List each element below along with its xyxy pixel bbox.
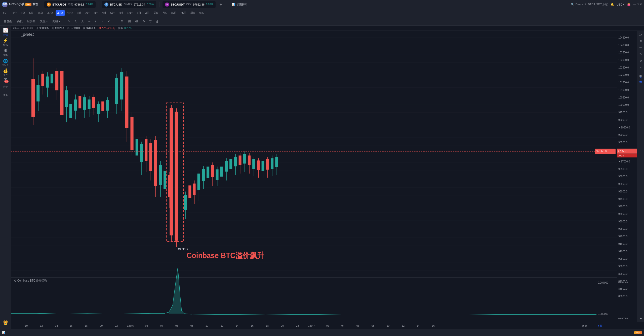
svg-rect-82 bbox=[149, 143, 152, 171]
sidebar-item-more[interactable]: ⋯ 更多 bbox=[1, 88, 10, 97]
tf-btn-6h[interactable]: 6时 bbox=[109, 10, 116, 16]
rt-zoom-btn[interactable]: 1x bbox=[638, 32, 643, 37]
svg-text:04: 04 bbox=[160, 324, 163, 327]
rt-settings-btn[interactable]: ⚙ bbox=[638, 58, 643, 63]
tool-crosshair[interactable]: ⊕ bbox=[141, 19, 147, 24]
tf-btn-1s[interactable]: 1s bbox=[1, 11, 8, 15]
currency-selector[interactable]: USD ▾ bbox=[617, 3, 625, 6]
sidebar-item-market[interactable]: 📈 行情 bbox=[1, 28, 10, 37]
rt-draw-btn[interactable]: ✏ bbox=[638, 45, 643, 50]
rt-grid-btn[interactable]: ⊞ bbox=[638, 38, 643, 44]
tool-line[interactable]: / bbox=[93, 19, 98, 24]
tool-image[interactable]: 图 bbox=[126, 19, 133, 24]
longhold-icon: 📊 bbox=[232, 3, 235, 6]
tf-btn-year[interactable]: 年K bbox=[197, 10, 206, 16]
svg-text:88500.0: 88500.0 bbox=[618, 287, 627, 290]
tf-btn-1d[interactable]: 1日 bbox=[135, 10, 143, 16]
tf-btn-3min[interactable]: 3分 bbox=[19, 10, 27, 16]
sym-change-2: 0.89% bbox=[147, 3, 154, 6]
range-label: 振幅 bbox=[118, 26, 123, 30]
tool-curve[interactable]: 〜 bbox=[99, 19, 105, 24]
tool-circle[interactable]: ○ bbox=[113, 19, 118, 24]
tool-pen[interactable]: ✏ bbox=[87, 19, 92, 24]
tf-btn-8h[interactable]: 8时 bbox=[117, 10, 125, 16]
sidebar-item-assets[interactable]: 💰 资产 bbox=[1, 68, 10, 77]
tool-cursor[interactable]: ↖ bbox=[66, 19, 72, 24]
sidebar-item-strategy[interactable]: ⚙ 策略 bbox=[1, 48, 10, 57]
search-area[interactable]: 🔍 Deepcoin BTC/USDT 永续 bbox=[571, 3, 608, 6]
longhold-btn[interactable]: 📊 长期持币 bbox=[230, 2, 250, 7]
tf-btn-2h[interactable]: 2时 bbox=[84, 10, 91, 16]
tf-btn-month[interactable]: 月K bbox=[160, 10, 169, 16]
maximize-btn[interactable]: □ bbox=[637, 3, 639, 6]
svg-rect-58 bbox=[88, 99, 91, 109]
tf-btn-season[interactable]: 季K bbox=[189, 10, 197, 16]
timeframe-bar: 1s 1分 3分 5分 15分 30分 30分 45分 1时 2时 3时 4时 … bbox=[0, 9, 644, 17]
tf-btn-week[interactable]: 周K bbox=[152, 10, 160, 16]
tool-dropdown[interactable]: ▽ bbox=[148, 19, 153, 24]
tool-multipos[interactable]: 区多量 bbox=[25, 19, 37, 24]
time-axis: 10 12 14 16 18 20 22 12月6 02 04 06 08 10… bbox=[11, 322, 644, 329]
svg-rect-117 bbox=[225, 161, 228, 172]
tool-indicator[interactable]: ▦ 指标 bbox=[2, 19, 14, 24]
tool-big-text[interactable]: 大 bbox=[79, 19, 86, 24]
symbol-tab-binance[interactable]: ₿ BTC/USDT 币安 97866.8 0.94% bbox=[44, 1, 96, 8]
tf-btn-3d[interactable]: 3日 bbox=[143, 10, 151, 16]
sidebar-item-group[interactable]: ✉ 45 群聊 bbox=[1, 78, 10, 87]
tool-magnet[interactable]: 磁 bbox=[134, 19, 140, 24]
sidebar-item-web3[interactable]: 🌐 Web3 bbox=[1, 58, 10, 67]
tf-btn-1h[interactable]: 1时 bbox=[75, 10, 83, 16]
svg-rect-78 bbox=[140, 144, 143, 162]
tool-trash[interactable]: 🗑 bbox=[154, 19, 160, 24]
svg-text:102500.0: 102500.0 bbox=[618, 66, 629, 69]
rt-menu-btn[interactable]: ≡ bbox=[638, 64, 643, 70]
svg-rect-115 bbox=[220, 166, 223, 177]
vip-badge[interactable]: VIP bbox=[25, 3, 32, 6]
tool-replay[interactable]: 复盘 ▾ bbox=[38, 19, 50, 24]
svg-text:91000.0: 91000.0 bbox=[618, 250, 627, 253]
tf-btn-15d[interactable]: 15日 bbox=[169, 10, 178, 16]
tf-btn-30min[interactable]: 30分 bbox=[46, 10, 55, 16]
right-tools-panel: 1x ⊞ ✏ ↻ ⚙ ≡ 默认布局 K线分钟 ▶ bbox=[637, 31, 644, 322]
symbol-tab-okx[interactable]: ₿ BTC/USDT OKX 97862.36 0.95% bbox=[163, 1, 216, 8]
svg-text:►97000.0: ►97000.0 bbox=[618, 160, 630, 163]
svg-text:20: 20 bbox=[100, 324, 103, 327]
tool-highlow[interactable]: 高低 bbox=[15, 19, 24, 24]
wallet-icon[interactable]: 👛 bbox=[627, 3, 631, 6]
rt-refresh-btn[interactable]: ↻ bbox=[638, 51, 643, 57]
tool-white[interactable]: 白 bbox=[119, 19, 125, 24]
svg-text:90500.0: 90500.0 bbox=[618, 257, 627, 260]
tool-check[interactable]: ✓ bbox=[106, 19, 112, 24]
tf-btn-15min[interactable]: 15分 bbox=[36, 10, 45, 16]
tool-period[interactable]: 周期 ▾ bbox=[51, 19, 62, 24]
chart-svg: 104056.0 bbox=[11, 31, 617, 322]
rt-collapse-btn[interactable]: ▶ bbox=[638, 315, 643, 321]
sidebar-item-vip[interactable]: 👑 bbox=[1, 318, 10, 327]
svg-rect-105 bbox=[197, 174, 200, 190]
bell-icon[interactable]: 🔔 bbox=[611, 3, 614, 6]
svg-text:90000.0: 90000.0 bbox=[618, 265, 627, 268]
rt-kline-label[interactable]: K线分钟 bbox=[639, 77, 642, 79]
svg-text:89711.9: 89711.9 bbox=[178, 248, 188, 251]
logo-text: AiM bbox=[3, 3, 7, 6]
minimize-btn[interactable]: — bbox=[633, 3, 636, 6]
svg-text:92500.0: 92500.0 bbox=[618, 227, 627, 230]
tf-btn-45d[interactable]: 45日 bbox=[179, 10, 188, 16]
sidebar-item-news[interactable]: ⚡ 快讯 bbox=[1, 38, 10, 47]
tf-btn-3h[interactable]: 3时 bbox=[92, 10, 100, 16]
tf-btn-45min[interactable]: 45分 bbox=[65, 10, 75, 16]
close-btn[interactable]: ✕ bbox=[640, 3, 642, 6]
symbol-tab-bitmex[interactable]: ₿ BTC/USD BitMEX 97911.34 0.89% bbox=[102, 1, 156, 8]
info-open: 开 98080.5 bbox=[36, 26, 49, 30]
tf-btn-4h[interactable]: 4时 bbox=[100, 10, 108, 16]
add-tab-button[interactable]: + bbox=[218, 2, 224, 8]
chart-svg-wrapper[interactable]: 104056.0 bbox=[11, 31, 617, 322]
tf-btn-30min-active[interactable]: 30分 bbox=[56, 10, 65, 16]
svg-text:99500.0: 99500.0 bbox=[618, 111, 627, 114]
highlow-label: 高低 bbox=[17, 19, 23, 23]
tf-btn-1min[interactable]: 1分 bbox=[11, 10, 19, 16]
tf-btn-5min[interactable]: 5分 bbox=[27, 10, 35, 16]
tf-btn-12h[interactable]: 12时 bbox=[125, 10, 135, 16]
bottom-vip-btn[interactable]: VIP bbox=[634, 331, 642, 334]
tool-text-a[interactable]: A bbox=[73, 19, 78, 24]
